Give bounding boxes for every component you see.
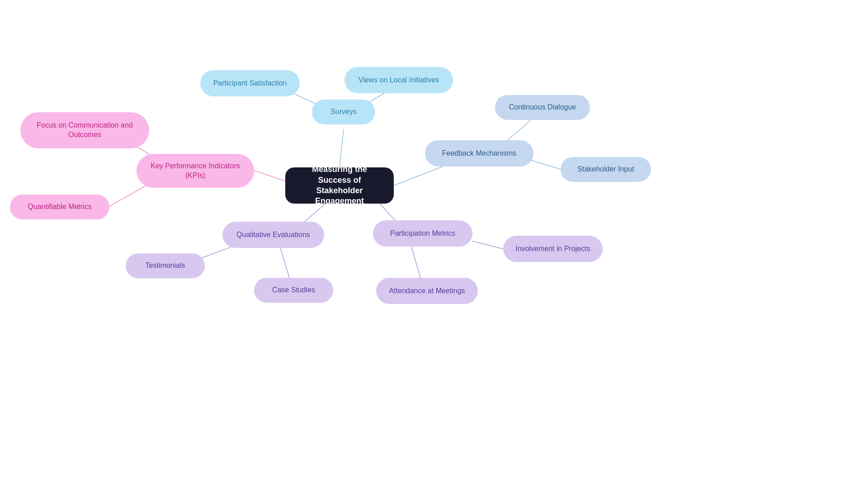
svg-line-6 [254,171,285,181]
svg-line-0 [340,129,344,167]
views-local-initiatives-node: Views on Local Initiatives [344,67,453,93]
focus-communication-node: Focus on Communication and Outcomes [20,112,149,148]
feedback-mechanisms-node: Feedback Mechanisms [425,140,533,167]
case-studies-node: Case Studies [254,278,333,303]
svg-line-14 [472,241,503,249]
qualitative-evaluations-node: Qualitative Evaluations [222,222,324,248]
center-node: Measuring the Success of Stakeholder Eng… [285,167,394,204]
quantifiable-metrics-node: Quantifiable Metrics [10,195,109,219]
participation-metrics-node: Participation Metrics [373,220,472,247]
stakeholder-input-node: Stakeholder Input [561,157,651,182]
testimonials-node: Testimonials [126,253,205,278]
attendance-meetings-node: Attendance at Meetings [376,278,478,304]
svg-line-13 [411,247,420,278]
surveys-node: Surveys [312,100,375,124]
participant-satisfaction-node: Participant Satisfaction [200,70,300,96]
continuous-dialogue-node: Continuous Dialogue [495,95,590,120]
kpis-node: Key Performance Indicators (KPIs) [137,154,254,188]
svg-line-11 [280,248,289,278]
involvement-projects-node: Involvement in Projects [503,236,603,262]
